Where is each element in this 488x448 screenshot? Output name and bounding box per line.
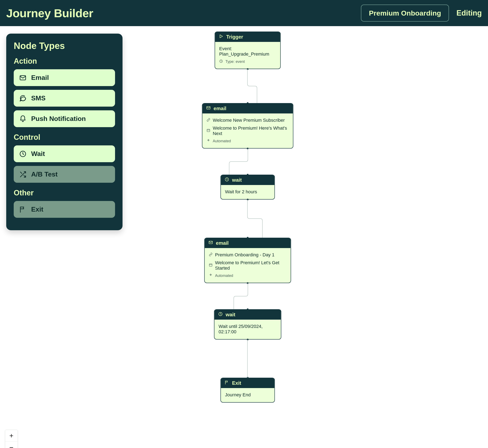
node-trigger[interactable]: TriggerEvent: Plan_Upgrade_PremiumType: … <box>215 32 281 69</box>
connector <box>247 340 248 378</box>
node-email2[interactable]: emailPremium Onboarding - Day 1Welcome t… <box>204 238 291 283</box>
node-wait2[interactable]: waitWait until 25/09/2024, 02:17:00 <box>214 309 281 340</box>
svg-rect-3 <box>207 129 210 132</box>
node-meta: Type: event <box>219 58 276 65</box>
connector <box>229 149 248 175</box>
palette-section-title: Action <box>14 57 115 65</box>
palette-item-label: SMS <box>31 94 45 102</box>
palette-section-title: Other <box>14 189 115 197</box>
palette-item-label: Exit <box>31 206 43 213</box>
node-title: Trigger <box>226 34 243 40</box>
node-header: Trigger <box>215 32 280 42</box>
node-body: Event: Plan_Upgrade_PremiumType: event <box>215 42 280 69</box>
link-icon <box>207 118 210 123</box>
node-email1[interactable]: emailWelcome New Premium SubscriberWelco… <box>202 103 293 149</box>
node-title: wait <box>232 177 242 183</box>
palette-item-exit: Exit <box>14 201 115 218</box>
journey-status: Editing <box>456 9 482 17</box>
node-main-text: Event: Plan_Upgrade_Premium <box>219 45 276 58</box>
flag-icon <box>19 206 27 213</box>
mail-icon <box>206 105 211 111</box>
clock-icon <box>218 312 223 318</box>
node-body: Premium Onboarding - Day 1Welcome to Pre… <box>205 248 291 283</box>
header-right: Premium Onboarding Editing <box>361 5 482 22</box>
node-header: Exit <box>221 378 274 388</box>
node-main-text: Wait for 2 hours <box>225 188 270 196</box>
mail-icon <box>208 240 213 246</box>
palette-item-label: Wait <box>31 150 45 158</box>
node-header: email <box>205 238 291 248</box>
connector <box>233 283 248 309</box>
node-main-text: Journey End <box>225 391 270 399</box>
node-body: Journey End <box>221 388 274 402</box>
play-icon <box>219 34 223 40</box>
bell-icon <box>19 115 27 123</box>
node-line: Automated <box>207 137 289 145</box>
zoom-controls: + − <box>5 430 18 448</box>
node-line: Welcome to Premium! Here's What's Next <box>207 124 289 137</box>
node-title: Exit <box>232 380 241 386</box>
node-header: wait <box>215 310 281 320</box>
node-line: Welcome New Premium Subscriber <box>207 116 289 124</box>
palette-item-label: Push Notification <box>31 115 86 123</box>
clock-icon <box>19 150 27 158</box>
mail-icon <box>19 74 27 81</box>
palette-item-abtest: A/B Test <box>14 166 115 183</box>
clock-icon <box>219 59 223 64</box>
flow: TriggerEvent: Plan_Upgrade_PremiumType: … <box>202 32 293 403</box>
palette-section-title: Control <box>14 133 115 142</box>
window-icon <box>207 128 210 134</box>
zoom-out-button[interactable]: − <box>5 441 18 448</box>
shuffle-icon <box>19 171 27 178</box>
palette-item-email[interactable]: Email <box>14 69 115 86</box>
node-header: wait <box>221 175 274 185</box>
palette-item-push[interactable]: Push Notification <box>14 110 115 127</box>
app-header: Journey Builder Premium Onboarding Editi… <box>0 0 488 26</box>
node-title: wait <box>226 312 235 318</box>
palette-item-label: A/B Test <box>31 170 58 178</box>
journey-name-input[interactable]: Premium Onboarding <box>361 5 449 22</box>
clock-icon <box>225 177 229 183</box>
node-line: Automated <box>209 272 287 279</box>
node-wait1[interactable]: waitWait for 2 hours <box>221 175 275 200</box>
app-title: Journey Builder <box>6 7 93 20</box>
node-title: email <box>216 240 229 246</box>
window-icon <box>209 263 213 268</box>
node-body: Welcome New Premium SubscriberWelcome to… <box>202 113 293 148</box>
node-line: Welcome to Premium! Let's Get Started <box>209 259 287 272</box>
palette-item-wait[interactable]: Wait <box>14 145 115 162</box>
palette-item-label: Email <box>31 74 49 81</box>
node-line: Premium Onboarding - Day 1 <box>209 251 287 259</box>
chat-icon <box>19 95 27 102</box>
node-title: email <box>214 105 226 111</box>
connector <box>247 200 263 238</box>
main: TriggerEvent: Plan_Upgrade_PremiumType: … <box>0 26 488 448</box>
svg-marker-0 <box>220 35 223 38</box>
node-body: Wait until 25/09/2024, 02:17:00 <box>215 320 281 339</box>
node-main-text: Wait until 25/09/2024, 02:17:00 <box>219 322 277 336</box>
palette-title: Node Types <box>14 41 115 51</box>
link-icon <box>209 252 213 258</box>
connector <box>247 69 257 103</box>
node-header: email <box>202 104 293 113</box>
node-exit[interactable]: ExitJourney End <box>221 378 275 403</box>
sparkle-icon <box>209 273 213 278</box>
svg-rect-6 <box>209 264 212 266</box>
node-palette: Node Types ActionEmailSMSPush Notificati… <box>6 34 123 230</box>
zoom-in-button[interactable]: + <box>5 430 18 441</box>
palette-item-sms[interactable]: SMS <box>14 90 115 107</box>
sparkle-icon <box>207 139 210 144</box>
node-body: Wait for 2 hours <box>221 185 274 199</box>
flag-icon <box>225 380 229 386</box>
